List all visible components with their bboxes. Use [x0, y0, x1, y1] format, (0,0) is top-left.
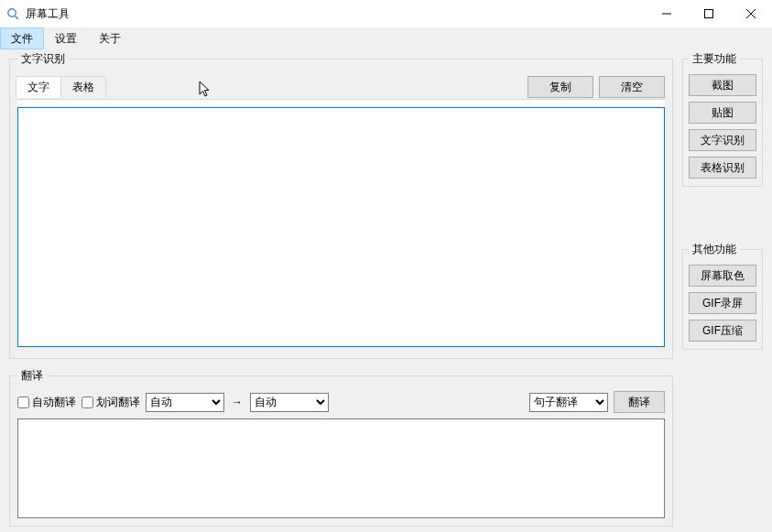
table-recognition-button[interactable]: 表格识别: [689, 157, 756, 179]
translation-legend: 翻译: [17, 368, 47, 384]
clear-button[interactable]: 清空: [599, 76, 665, 98]
close-button[interactable]: [730, 0, 772, 27]
window-controls: [646, 0, 772, 27]
word-translate-label: 划词翻译: [96, 395, 140, 410]
screenshot-button[interactable]: 截图: [689, 74, 756, 96]
tab-table[interactable]: 表格: [60, 76, 106, 98]
minimize-button[interactable]: [646, 0, 688, 27]
gif-record-button[interactable]: GIF录屏: [689, 292, 756, 314]
menu-about[interactable]: 关于: [88, 27, 132, 49]
svg-line-1: [15, 16, 18, 19]
recognition-textarea[interactable]: [17, 107, 665, 347]
main-functions-group: 主要功能 截图 贴图 文字识别 表格识别: [682, 51, 763, 187]
gif-compress-button[interactable]: GIF压缩: [689, 320, 756, 342]
app-icon: [5, 6, 20, 21]
paste-image-button[interactable]: 贴图: [689, 102, 756, 124]
arrow-icon: →: [230, 396, 245, 408]
other-functions-group: 其他功能 屏幕取色 GIF录屏 GIF压缩: [682, 242, 763, 350]
menubar: 文件 设置 关于: [0, 27, 772, 49]
lang-from-select[interactable]: 自动: [146, 393, 224, 412]
translation-group: 翻译 自动翻译 划词翻译 自动 → 自动 句子: [9, 368, 673, 527]
main-functions-legend: 主要功能: [689, 51, 740, 67]
svg-point-0: [8, 9, 16, 16]
recognition-legend: 文字识别: [17, 51, 69, 67]
translate-button[interactable]: 翻译: [614, 391, 665, 413]
word-translate-checkbox[interactable]: 划词翻译: [82, 395, 140, 410]
titlebar: 屏幕工具: [0, 0, 772, 27]
menu-file[interactable]: 文件: [0, 27, 44, 49]
lang-to-select[interactable]: 自动: [250, 393, 329, 412]
tab-text[interactable]: 文字: [16, 76, 61, 98]
translate-mode-select[interactable]: 句子翻译: [529, 393, 608, 412]
word-translate-input[interactable]: [82, 396, 93, 408]
color-picker-button[interactable]: 屏幕取色: [689, 265, 756, 287]
auto-translate-input[interactable]: [17, 396, 29, 408]
auto-translate-checkbox[interactable]: 自动翻译: [17, 395, 76, 410]
text-recognition-button[interactable]: 文字识别: [689, 129, 756, 151]
translation-textarea[interactable]: [17, 418, 665, 518]
copy-button[interactable]: 复制: [527, 76, 593, 98]
svg-rect-3: [705, 10, 713, 18]
recognition-group: 文字识别 文字 表格 复制 清空: [9, 51, 673, 359]
maximize-button[interactable]: [688, 0, 730, 27]
other-functions-legend: 其他功能: [689, 242, 740, 257]
auto-translate-label: 自动翻译: [32, 395, 76, 410]
recognition-tabs: 文字 表格: [16, 77, 106, 97]
window-title: 屏幕工具: [26, 6, 70, 22]
menu-settings[interactable]: 设置: [44, 27, 88, 49]
